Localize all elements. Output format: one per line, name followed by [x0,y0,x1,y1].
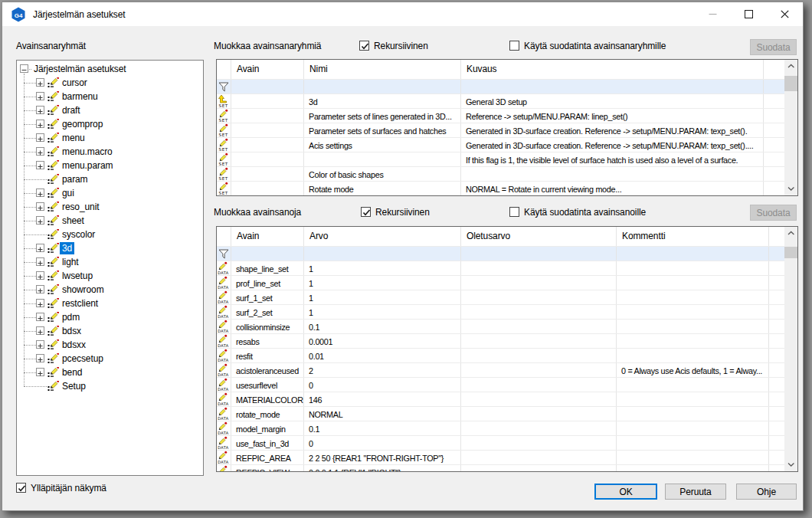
table-row[interactable]: SETAcis settingsGenerated in 3D-surface … [217,137,797,152]
tree-item-sheet[interactable]: sheet [17,214,203,228]
table-row[interactable]: DATAprof_line_set1 [217,275,797,290]
table-header[interactable]: AvainArvoOletusarvoKommentti [217,227,797,246]
tree-item-showroom[interactable]: showroom [17,283,203,297]
tree-item-reso_unit[interactable]: reso_unit [17,200,203,214]
help-button[interactable]: Ohje [736,484,797,500]
expand-toggle[interactable] [36,257,44,266]
table-row[interactable]: DATAresfit0.01 [217,348,797,362]
scroll-down-button[interactable] [784,182,797,195]
tree-item-light[interactable]: light [17,255,203,269]
expand-toggle[interactable] [36,147,44,156]
expand-toggle[interactable] [36,202,44,211]
collapse-toggle[interactable] [20,64,28,73]
expand-toggle[interactable] [36,92,44,100]
expand-toggle[interactable] [36,326,44,335]
groups-filter-button[interactable]: Suodata [750,39,797,55]
tree-item-barmenu[interactable]: barmenu [17,90,203,103]
keywords-recursive-checkbox[interactable]: Rekursiivinen [361,207,430,218]
expand-toggle[interactable] [36,161,44,169]
expand-toggle[interactable] [36,299,44,307]
table-row[interactable]: DATAsurf_2_set1 [217,304,797,319]
table-row[interactable]: DATArotate_modeNORMAL [217,406,797,421]
tree-item-syscolor[interactable]: syscolor [17,228,203,241]
keywords-filter-button[interactable]: Suodata [750,205,797,221]
filter-row[interactable] [217,246,797,261]
table-header[interactable]: AvainNimiKuvaus [217,60,797,79]
table-row[interactable]: DATAusesurflevel0 [217,377,797,392]
expand-toggle[interactable] [36,271,44,280]
tree-root[interactable]: Järjestelmän asetukset [17,62,203,76]
table-row[interactable]: SETIf this flag is 1, the visible level … [217,152,797,166]
ok-button[interactable]: OK [594,484,657,500]
tree-item-Setup[interactable]: Setup [17,379,203,393]
tree-item-bdsxx[interactable]: bdsxx [17,338,203,352]
expand-toggle[interactable] [36,189,44,197]
tree-item-bdsx[interactable]: bdsx [17,324,203,338]
expand-toggle[interactable] [36,78,44,87]
admin-view-checkbox[interactable]: Ylläpitäjän näkymä [16,483,106,493]
expand-toggle[interactable] [36,368,44,376]
tree-item-pdm[interactable]: pdm [17,310,203,324]
table-row[interactable]: DATAcollisionminsize0.1 [217,319,797,333]
tree-item-param[interactable]: param [17,172,203,186]
tree-item-lwsetup[interactable]: lwsetup [17,269,203,283]
table-row[interactable]: SETColor of basic shapes [217,166,797,181]
expand-toggle[interactable] [36,120,44,128]
table-row[interactable]: SETRotate modeNORMAL = Rotate in current… [217,181,797,195]
groups-recursive-checkbox[interactable]: Rekursiivinen [359,41,428,51]
table-row[interactable]: DATAsurf_1_set1 [217,290,797,304]
table-row[interactable]: DATAacistoleranceused20 = Always use Aci… [217,362,797,377]
vertical-scrollbar[interactable] [784,60,797,195]
groups-use-filter-checkbox[interactable]: Käytä suodatinta avainsanaryhmille [509,41,666,51]
tree-item-menu.macro[interactable]: menu.macro [17,145,203,159]
scroll-down-button[interactable] [784,458,797,471]
table-row[interactable]: SETParameter sets of surfaces and hatche… [217,123,797,137]
table-row[interactable]: SETParameter sets of lines generated in … [217,108,797,123]
table-row[interactable]: DATAMATERIALCOLOR146 [217,392,797,406]
scroll-up-button[interactable] [784,60,797,73]
tree-item-3d[interactable]: 3d [17,241,203,255]
column-header[interactable]: Kommentti [617,227,769,246]
tree-item-menu[interactable]: menu [17,131,203,145]
column-header[interactable]: Avain [231,60,304,79]
tree-item-pcecsetup[interactable]: pcecsetup [17,352,203,366]
expand-toggle[interactable] [36,354,44,362]
table-row[interactable]: DATAresabs0.0001 [217,333,797,348]
table-row[interactable]: DATAREFPIC_VIEW0 0 0 1 1 {REVI1 "RIGHT"} [217,464,797,472]
column-header[interactable]: Arvo [304,227,461,246]
keywords-table[interactable]: AvainArvoOletusarvoKommenttiDATAshape_li… [216,226,798,472]
table-row[interactable]: DATAmodel_margin0.1 [217,421,797,435]
table-row[interactable]: DATAuse_fast_in_3d0 [217,435,797,450]
filter-row[interactable] [217,79,797,93]
tree-item-cursor[interactable]: cursor [17,76,203,90]
minimize-button[interactable] [695,2,731,26]
table-row[interactable]: SET3dGeneral 3D setup [217,93,797,108]
column-header[interactable]: Oletusarvo [461,227,617,246]
column-header[interactable]: Kuvaus [461,60,764,79]
expand-toggle[interactable] [36,216,44,225]
expand-toggle[interactable] [36,340,44,349]
tree-item-gui[interactable]: gui [17,186,203,200]
column-header[interactable]: Nimi [304,60,461,79]
tree-item-menu.param[interactable]: menu.param [17,159,203,172]
expand-toggle[interactable] [36,133,44,142]
maximize-button[interactable] [731,2,767,26]
table-row[interactable]: DATAshape_line_set1 [217,261,797,275]
scroll-up-button[interactable] [784,227,797,240]
table-row[interactable]: DATAREFPIC_AREA2 2 50 {REAR1 "FRONT-RIGH… [217,450,797,464]
tree-item-geomprop[interactable]: geomprop [17,117,203,131]
expand-toggle[interactable] [36,313,44,321]
tree-item-bend[interactable]: bend [17,366,203,379]
column-header[interactable]: Avain [231,227,304,246]
tree-item-draft[interactable]: draft [17,103,203,117]
scrollbar-thumb[interactable] [784,76,797,91]
expand-toggle[interactable] [36,106,44,114]
vertical-scrollbar[interactable] [784,227,797,471]
tree-item-restclient[interactable]: restclient [17,297,203,310]
scrollbar-thumb[interactable] [784,247,797,258]
expand-toggle[interactable] [36,285,44,293]
keyword-groups-table[interactable]: AvainNimiKuvausSET3dGeneral 3D setupSETP… [216,59,798,196]
keywords-use-filter-checkbox[interactable]: Käytä suodatinta avainsanoille [509,207,646,218]
cancel-button[interactable]: Peruuta [665,484,726,500]
close-button[interactable] [767,2,803,26]
